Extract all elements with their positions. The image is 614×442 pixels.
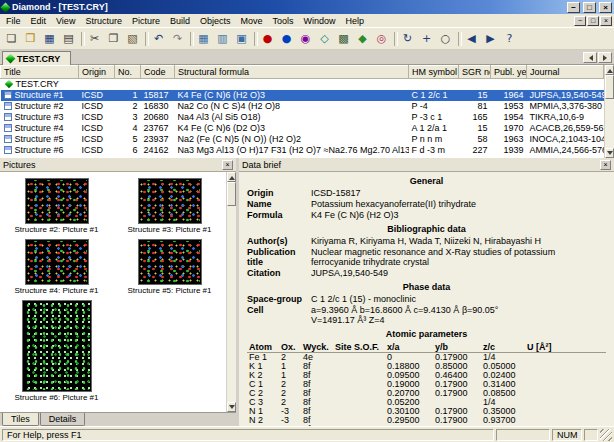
- table-row-structure[interactable]: Structure #2 ICSD 2 16830 Na2 Co (N C S)…: [1, 101, 604, 112]
- menu-window[interactable]: Window: [298, 15, 340, 27]
- tab-scroll-right-icon[interactable]: [598, 52, 612, 63]
- data-brief-row: Author(s) Kiriyama R, Kiriyama H, Wada T…: [247, 236, 606, 246]
- molecule-icon[interactable]: ◉: [296, 30, 315, 48]
- bonds-icon[interactable]: ◎: [372, 30, 391, 48]
- packing-icon[interactable]: ▩: [334, 30, 353, 48]
- scroll-up-icon[interactable]: [605, 65, 614, 75]
- menu-structure[interactable]: Structure: [80, 15, 127, 27]
- tab-tiles[interactable]: Tiles: [2, 413, 39, 426]
- menu-help[interactable]: Help: [341, 15, 370, 27]
- column-header[interactable]: Journal: [527, 66, 604, 79]
- help-icon[interactable]: ?: [500, 30, 519, 48]
- new-document-icon[interactable]: ❏: [2, 30, 21, 48]
- scroll-down-icon[interactable]: [227, 402, 236, 412]
- minimize-button[interactable]: −: [567, 2, 580, 13]
- redo-icon[interactable]: ↷: [168, 30, 187, 48]
- structure-table-icon[interactable]: ▦: [194, 30, 213, 48]
- pictures-vertical-scrollbar[interactable]: [226, 172, 236, 412]
- table-row-structure[interactable]: Structure #4 ICSD 4 23767 K4 Fe (C N)6 (…: [1, 123, 604, 134]
- move-icon[interactable]: +: [417, 30, 436, 48]
- column-header[interactable]: Title: [1, 66, 79, 79]
- structure-thumbnail[interactable]: [25, 178, 89, 224]
- scrollbar-thumb[interactable]: [227, 182, 236, 206]
- column-header[interactable]: No.: [115, 66, 141, 79]
- data-brief-panel-header[interactable]: Data brief ×: [239, 158, 614, 172]
- cut-icon[interactable]: ✂: [85, 30, 104, 48]
- title-bar[interactable]: Diamond - [TEST.CRY] − □ ×: [0, 0, 614, 14]
- tab-scroll-left-icon[interactable]: [583, 52, 597, 63]
- save-icon[interactable]: ▦: [40, 30, 59, 48]
- atomic-column-header: Wyck.: [301, 342, 333, 353]
- column-header[interactable]: HM symbol: [409, 66, 459, 79]
- atomic-cell: [525, 416, 606, 425]
- menu-move[interactable]: Move: [235, 15, 267, 27]
- data-brief-row: Space-group C 1 2/c 1 (15) - monoclinic: [247, 294, 606, 304]
- table-row-structure[interactable]: Structure #1 ICSD 1 15817 K4 Fe (C N)6 (…: [1, 90, 604, 101]
- copy-icon[interactable]: ❐: [104, 30, 123, 48]
- undo-icon[interactable]: ↶: [149, 30, 168, 48]
- column-header[interactable]: SGR no.: [459, 66, 491, 79]
- table-row-structure[interactable]: Structure #3 ICSD 3 20680 Na4 Al3 (Al Si…: [1, 112, 604, 123]
- polyhedra-icon[interactable]: ◆: [353, 30, 372, 48]
- open-document-icon[interactable]: ❒: [21, 30, 40, 48]
- previous-icon[interactable]: ◀: [462, 30, 481, 48]
- unit-cell-icon[interactable]: ◇: [315, 30, 334, 48]
- table-row-structure[interactable]: Structure #5 ICSD 5 23937 Na2 (Fe (C N)5…: [1, 134, 604, 145]
- cell-sgr-no: 165: [459, 112, 491, 123]
- cell-origin: ICSD: [79, 101, 115, 112]
- column-header[interactable]: Structural formula: [175, 66, 409, 79]
- mdi-minimize-button[interactable]: −: [574, 16, 586, 26]
- structure-thumbnail[interactable]: [22, 300, 92, 392]
- scrollbar-thumb[interactable]: [605, 75, 614, 99]
- rotate-icon[interactable]: ↻: [398, 30, 417, 48]
- menu-picture[interactable]: Picture: [127, 15, 165, 27]
- tab-test-cry[interactable]: TEST.CRY: [2, 51, 71, 65]
- table-row-group[interactable]: TEST.CRY: [1, 79, 604, 91]
- menu-objects[interactable]: Objects: [195, 15, 236, 27]
- status-message: For Help, press F1: [2, 429, 494, 441]
- pictures-panel-header[interactable]: Pictures ×: [0, 158, 236, 172]
- pictures-close-icon[interactable]: ×: [222, 160, 233, 170]
- mdi-restore-button[interactable]: □: [587, 16, 599, 26]
- data-sheet-icon[interactable]: ▥: [213, 30, 232, 48]
- structure-thumbnail[interactable]: [25, 239, 89, 285]
- menu-edit[interactable]: Edit: [26, 15, 52, 27]
- paste-icon[interactable]: ▧: [123, 30, 142, 48]
- mdi-close-button[interactable]: ×: [600, 16, 612, 26]
- structure-thumbnail[interactable]: [138, 178, 202, 224]
- atomic-row: Fe 1 2 4e 0 0.17900 1/4: [247, 353, 606, 363]
- resize-grip[interactable]: [600, 429, 612, 441]
- table-vertical-scrollbar[interactable]: [604, 65, 614, 158]
- table-row-structure[interactable]: Structure #6 ICSD 6 24162 Na3 Mg3 Al13 (…: [1, 145, 604, 156]
- next-icon[interactable]: ▶: [481, 30, 500, 48]
- cell-sgr-no: 227: [459, 145, 491, 156]
- picture-list-icon[interactable]: ▣: [232, 30, 251, 48]
- atom-blue-icon[interactable]: ●: [277, 30, 296, 48]
- menu-file[interactable]: File: [1, 15, 26, 27]
- cell-no: 4: [115, 123, 141, 134]
- atom-red-icon[interactable]: ●: [258, 30, 277, 48]
- scroll-up-icon[interactable]: [227, 172, 236, 182]
- column-header[interactable]: Origin: [79, 66, 115, 79]
- scroll-down-icon[interactable]: [605, 148, 614, 158]
- column-header[interactable]: Code: [141, 66, 175, 79]
- menu-view[interactable]: View: [51, 15, 80, 27]
- menu-build[interactable]: Build: [165, 15, 195, 27]
- maximize-button[interactable]: □: [583, 2, 596, 13]
- structure-thumbnail[interactable]: [138, 239, 202, 285]
- print-icon[interactable]: ▤: [59, 30, 78, 48]
- column-header[interactable]: Publ. year: [491, 66, 527, 79]
- cell-hm-symbol: P -3 c 1: [409, 112, 459, 123]
- zoom-icon[interactable]: ○: [436, 30, 455, 48]
- field-label: Origin: [247, 188, 311, 198]
- thumbnail-label: Structure #2: Picture #1: [14, 225, 98, 234]
- close-button[interactable]: ×: [599, 2, 612, 13]
- data-brief-close-icon[interactable]: ×: [600, 160, 611, 170]
- tab-scroll-buttons: [583, 52, 612, 63]
- atomic-row: C 2 2 8f 0.20700 0.17900 0.08500: [247, 389, 606, 398]
- atomic-cell: 8f: [301, 362, 333, 371]
- tab-details[interactable]: Details: [40, 413, 86, 426]
- cell-no: 5: [115, 134, 141, 145]
- menu-tools[interactable]: Tools: [267, 15, 298, 27]
- status-cell-empty: [584, 429, 598, 441]
